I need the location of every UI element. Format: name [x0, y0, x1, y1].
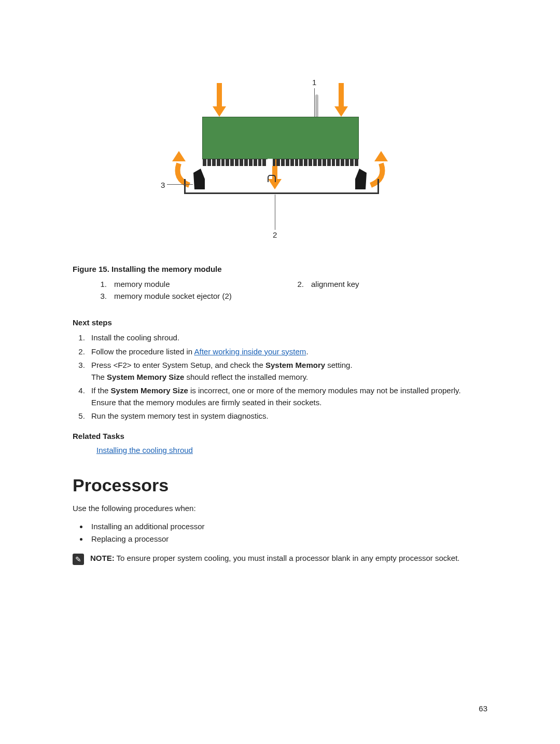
memory-module-icon	[202, 117, 359, 159]
step-3-l2b: should reflect the installed memory.	[184, 373, 308, 381]
processors-bullet-1: Installing an additional processor	[88, 520, 487, 533]
step-2-text-a: Follow the procedure listed in	[91, 347, 194, 356]
step-3b: setting.	[325, 361, 353, 369]
step-5: Run the system memory test in system dia…	[87, 410, 487, 422]
document-page: 1 2 3 Figure 15. Installing the memory m…	[0, 0, 560, 744]
page-number: 63	[479, 704, 487, 713]
legend-text: memory module socket ejector (2)	[114, 292, 232, 300]
legend-item-3: 3. memory module socket ejector (2)	[99, 292, 275, 300]
step-3a: Press <F2> to enter System Setup, and ch…	[91, 361, 265, 369]
step-1: Install the cooling shroud.	[87, 332, 487, 344]
legend-item-2: 2. alignment key	[296, 280, 472, 288]
note-text-container: NOTE: To ensure proper system cooling, y…	[90, 553, 460, 565]
install-arrow-right-icon	[334, 83, 348, 119]
step-3-bold: System Memory	[265, 361, 325, 369]
callout-3-line	[167, 184, 193, 185]
step-4-bold: System Memory Size	[111, 386, 188, 395]
legend-item-1: 1. memory module	[99, 280, 275, 288]
note-icon: ✎	[73, 554, 84, 565]
related-tasks-heading: Related Tasks	[73, 432, 487, 440]
callout-2-label: 2	[273, 230, 277, 239]
processors-intro: Use the following procedures when:	[73, 503, 487, 515]
callout-2-line	[275, 195, 275, 230]
alignment-key-icon	[268, 175, 276, 182]
install-arrow-left-icon	[213, 83, 226, 119]
step-2: Follow the procedure listed in After wor…	[87, 346, 487, 358]
legend-num: 3.	[99, 292, 107, 300]
callout-1-line	[314, 88, 315, 117]
related-tasks-block: Related Tasks Installing the cooling shr…	[73, 432, 487, 454]
processors-bullets: Installing an additional processor Repla…	[73, 520, 487, 545]
figure-memory-module: 1 2 3	[145, 47, 415, 254]
processors-heading: Processors	[73, 475, 487, 495]
step-3: Press <F2> to enter System Setup, and ch…	[87, 360, 487, 383]
legend-text: memory module	[114, 280, 170, 288]
processors-bullet-2: Replacing a processor	[88, 533, 487, 545]
step-3-l2a: The	[91, 373, 107, 381]
figure-caption: Figure 15. Installing the memory module	[73, 265, 487, 273]
callout-1-label: 1	[312, 78, 316, 87]
legend-text: alignment key	[311, 280, 359, 288]
figure-legend: 1. memory module 2. alignment key 3. mem…	[99, 280, 487, 300]
callout-3-label: 3	[161, 181, 165, 189]
step-4a: If the	[91, 386, 111, 395]
next-steps-heading: Next steps	[73, 318, 487, 327]
installing-cooling-shroud-link[interactable]: Installing the cooling shroud	[96, 446, 193, 454]
legend-num: 2.	[296, 280, 304, 288]
guide-pin-icon	[315, 94, 318, 117]
step-4: If the System Memory Size is incorrect, …	[87, 385, 487, 408]
memory-socket-icon	[184, 179, 379, 194]
next-steps-list: Install the cooling shroud. Follow the p…	[73, 332, 487, 422]
step-3-l2-bold: System Memory Size	[107, 373, 184, 381]
note-label: NOTE:	[90, 554, 115, 562]
legend-num: 1.	[99, 280, 107, 288]
after-working-link[interactable]: After working inside your system	[194, 347, 306, 356]
note-text: To ensure proper system cooling, you mus…	[115, 554, 460, 562]
note-block: ✎ NOTE: To ensure proper system cooling,…	[73, 553, 487, 565]
step-2-text-b: .	[306, 347, 308, 356]
